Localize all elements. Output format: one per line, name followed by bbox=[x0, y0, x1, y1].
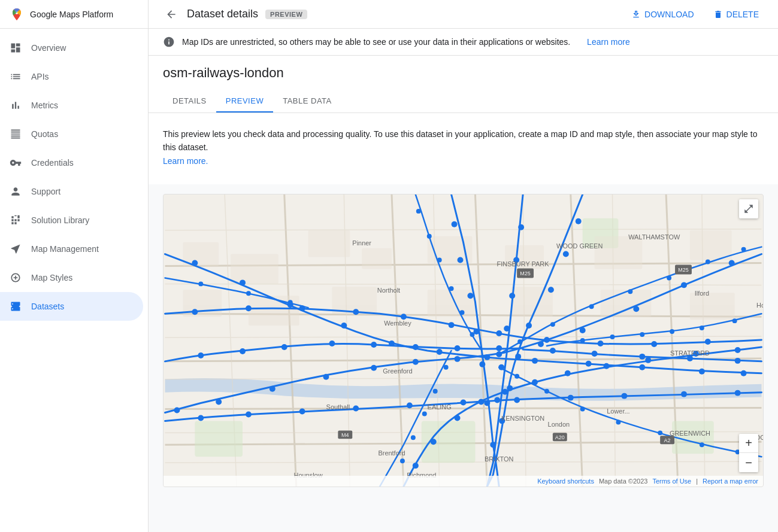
tab-preview[interactable]: PREVIEW bbox=[216, 90, 273, 113]
preview-badge: PREVIEW bbox=[265, 10, 307, 19]
svg-point-95 bbox=[735, 347, 741, 353]
preview-learn-more-link[interactable]: Learn more. bbox=[163, 156, 208, 166]
svg-point-124 bbox=[422, 412, 427, 417]
info-icon bbox=[163, 36, 175, 48]
svg-text:M4: M4 bbox=[341, 433, 349, 439]
app-title: Google Maps Platform bbox=[30, 10, 113, 19]
svg-point-112 bbox=[198, 282, 203, 287]
svg-text:WALTHAMSTOW: WALTHAMSTOW bbox=[628, 233, 680, 241]
sidebar-item-datasets-label: Datasets bbox=[31, 302, 64, 311]
metrics-icon bbox=[10, 99, 22, 111]
sidebar-item-overview[interactable]: Overview bbox=[0, 34, 143, 62]
svg-point-120 bbox=[700, 442, 704, 447]
svg-point-116 bbox=[544, 389, 549, 394]
sidebar-item-quotas-label: Quotas bbox=[31, 129, 58, 139]
delete-button[interactable]: DELETE bbox=[709, 6, 764, 23]
download-label: DOWNLOAD bbox=[644, 10, 694, 19]
svg-point-117 bbox=[580, 407, 585, 412]
sidebar-item-quotas[interactable]: Quotas bbox=[0, 120, 143, 148]
map-footer: Keyboard shortcuts Map data ©2023 Terms … bbox=[164, 476, 763, 487]
map-container: Pinner WALTHAMSTOW WOOD GREEN Romford No… bbox=[163, 194, 764, 487]
page-title: Dataset details bbox=[187, 8, 258, 20]
sidebar-item-credentials[interactable]: Credentials bbox=[0, 148, 143, 177]
terms-link[interactable]: Terms of Use bbox=[652, 478, 691, 485]
svg-text:London: London bbox=[548, 421, 570, 428]
svg-rect-12 bbox=[595, 236, 643, 269]
svg-text:STRATFORD: STRATFORD bbox=[670, 349, 710, 357]
svg-point-139 bbox=[416, 209, 421, 214]
svg-point-106 bbox=[705, 339, 711, 345]
zoom-out-button[interactable]: − bbox=[739, 453, 758, 472]
svg-point-141 bbox=[700, 326, 704, 330]
svg-point-78 bbox=[455, 356, 461, 362]
svg-rect-2 bbox=[195, 421, 243, 457]
back-button[interactable] bbox=[163, 6, 180, 23]
tab-details[interactable]: DETAILS bbox=[163, 90, 216, 113]
page-content: Map IDs are unrestricted, so others may … bbox=[149, 29, 778, 532]
svg-point-135 bbox=[460, 310, 465, 315]
svg-text:Northolt: Northolt bbox=[377, 287, 400, 294]
svg-point-51 bbox=[639, 364, 645, 370]
sidebar-item-solution-library[interactable]: Solution Library bbox=[0, 206, 143, 235]
map-expand-button[interactable] bbox=[739, 199, 758, 218]
top-header: Dataset details PREVIEW DOWNLOAD DELETE bbox=[149, 0, 778, 29]
svg-text:Southall: Southall bbox=[326, 403, 350, 411]
main-content: Dataset details PREVIEW DOWNLOAD DELETE bbox=[149, 0, 778, 532]
download-button[interactable]: DOWNLOAD bbox=[626, 6, 698, 23]
svg-text:EALING: EALING bbox=[428, 403, 452, 411]
sidebar-item-map-management[interactable]: Map Management bbox=[0, 235, 143, 263]
keyboard-shortcuts-link[interactable]: Keyboard shortcuts bbox=[537, 478, 594, 485]
preview-section: This preview lets you check data and pro… bbox=[149, 113, 778, 184]
svg-point-83 bbox=[216, 399, 222, 405]
svg-point-50 bbox=[586, 361, 592, 367]
svg-point-67 bbox=[548, 287, 554, 293]
svg-point-23 bbox=[281, 344, 287, 350]
sidebar-item-apis-label: APIs bbox=[31, 72, 49, 81]
svg-point-123 bbox=[433, 389, 438, 394]
svg-text:Wembley: Wembley bbox=[384, 320, 411, 327]
support-icon bbox=[10, 186, 22, 197]
svg-point-93 bbox=[645, 357, 651, 363]
svg-point-30 bbox=[458, 257, 464, 263]
solution-library-icon bbox=[10, 214, 22, 226]
svg-text:Lower...: Lower... bbox=[607, 408, 629, 415]
sidebar-item-credentials-label: Credentials bbox=[31, 158, 74, 168]
sidebar-item-metrics[interactable]: Metrics bbox=[0, 91, 143, 120]
svg-point-105 bbox=[651, 341, 657, 347]
sidebar-item-datasets[interactable]: Datasets bbox=[0, 292, 143, 321]
svg-rect-9 bbox=[362, 248, 392, 269]
sidebar-item-map-styles[interactable]: Map Styles bbox=[0, 263, 143, 292]
svg-point-103 bbox=[544, 337, 550, 343]
svg-point-129 bbox=[589, 304, 594, 309]
svg-point-143 bbox=[640, 332, 644, 337]
svg-point-54 bbox=[198, 415, 204, 421]
delete-icon bbox=[713, 10, 723, 19]
svg-text:WOOD GREEN: WOOD GREEN bbox=[556, 242, 603, 250]
sidebar-item-metrics-label: Metrics bbox=[31, 101, 58, 110]
alert-learn-more-link[interactable]: Learn more bbox=[587, 37, 630, 47]
svg-rect-7 bbox=[231, 254, 278, 284]
datasets-icon bbox=[10, 300, 22, 312]
svg-point-21 bbox=[198, 352, 204, 358]
svg-point-72 bbox=[729, 260, 735, 266]
svg-point-104 bbox=[598, 341, 604, 346]
svg-point-96 bbox=[192, 309, 198, 315]
separator: | bbox=[696, 478, 698, 485]
report-error-link[interactable]: Report a map error bbox=[703, 478, 758, 485]
svg-point-66 bbox=[563, 251, 569, 257]
svg-rect-4 bbox=[672, 421, 714, 454]
tab-table-data[interactable]: TABLE DATA bbox=[273, 90, 341, 113]
svg-text:BRIXTON: BRIXTON bbox=[485, 455, 513, 463]
svg-rect-18 bbox=[511, 287, 553, 317]
sidebar-item-apis[interactable]: APIs bbox=[0, 62, 143, 91]
svg-point-22 bbox=[240, 348, 246, 354]
preview-description: This preview lets you check data and pro… bbox=[163, 127, 764, 168]
svg-point-87 bbox=[455, 415, 461, 421]
sidebar-item-support[interactable]: Support bbox=[0, 177, 143, 206]
zoom-in-button[interactable]: + bbox=[739, 434, 758, 453]
sidebar-item-overview-label: Overview bbox=[31, 43, 66, 53]
sidebar-item-support-label: Support bbox=[31, 187, 60, 196]
svg-point-133 bbox=[741, 247, 746, 252]
svg-point-47 bbox=[437, 349, 443, 355]
svg-point-138 bbox=[427, 234, 432, 239]
